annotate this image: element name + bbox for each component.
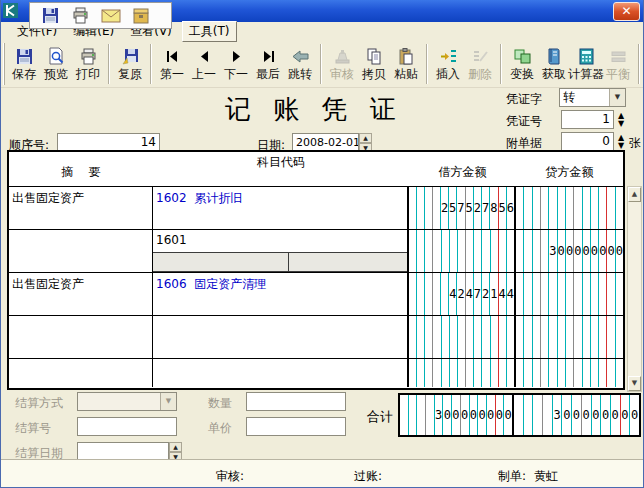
toolbar-button-preview[interactable]: 预览 — [41, 46, 71, 82]
summary-cell[interactable] — [9, 230, 153, 272]
toolbar-button-print[interactable]: 打印 — [73, 46, 103, 82]
account-edit-box[interactable] — [288, 252, 409, 272]
archive-icon[interactable] — [132, 7, 150, 25]
summary-cell[interactable] — [9, 359, 153, 387]
toolbar-button-insert[interactable]: 插入 — [433, 46, 463, 82]
debit-amount-cell[interactable] — [409, 359, 516, 387]
scroll-up-icon[interactable]: ▲ — [628, 187, 641, 202]
toolbar-button-transform[interactable]: 变换 — [507, 46, 537, 82]
amount-digit-cell — [450, 316, 458, 358]
audit-icon — [333, 47, 352, 67]
spin-up-icon[interactable]: ▲ — [359, 133, 372, 143]
voucher-no-spinner[interactable]: ▲▼ — [615, 110, 627, 129]
debit-amount-cell[interactable] — [409, 316, 516, 358]
debit-amount-cell[interactable] — [409, 230, 516, 272]
toolbar-button-last[interactable]: 最后 — [253, 46, 283, 82]
amount-digit-cell — [514, 395, 524, 435]
toolbar-button-calculator[interactable]: 计算器 — [571, 46, 601, 82]
debit-amount-cell[interactable]: 257527856 — [409, 187, 516, 229]
close-button[interactable]: ✕ — [613, 2, 640, 21]
voucher-window: ✕ 文件(F)编辑(E)查看(V)工具(T) 保存预览打印复原第一上一下一最后跳… — [0, 0, 644, 488]
spin-down-icon[interactable]: ▼ — [615, 142, 627, 150]
attachment-spinner[interactable]: ▲▼ — [615, 132, 627, 151]
amount-digit-cell — [558, 273, 566, 315]
copy-icon — [365, 47, 384, 67]
amount-digit-cell — [524, 395, 534, 435]
toolbar-separator — [320, 44, 322, 84]
amount-digit-cell — [425, 316, 433, 358]
amount-digit-cell — [474, 230, 482, 272]
amount-digit-cell: 3 — [549, 230, 557, 272]
amount-digit-cell — [541, 187, 549, 229]
voucher-word-select[interactable]: 转 ▼ — [559, 88, 626, 107]
dropdown-arrow-icon[interactable]: ▼ — [609, 89, 625, 106]
mail-icon[interactable] — [101, 8, 121, 24]
voucher-no-input[interactable]: 1 — [561, 110, 614, 129]
amount-digit-cell — [599, 273, 607, 315]
toolbar-button-prev[interactable]: 上一 — [189, 46, 219, 82]
transform-icon — [513, 47, 532, 67]
amount-digit-cell — [533, 187, 541, 229]
amount-digit-cell — [442, 230, 450, 272]
amount-digit-cell — [433, 187, 441, 229]
summary-cell[interactable]: 出售固定资产 — [9, 273, 153, 315]
summary-cell[interactable]: 出售固定资产 — [9, 187, 153, 229]
account-code-cell[interactable]: 1606 固定资产清理 — [153, 273, 409, 315]
toolbar-button-paste[interactable]: 粘贴 — [391, 46, 421, 82]
spin-up-icon[interactable]: ▲ — [169, 442, 182, 452]
amount-digit-cell — [466, 230, 474, 272]
jump-icon — [291, 47, 310, 67]
credit-amount-cell[interactable] — [516, 316, 623, 358]
total-label: 合计 — [367, 408, 393, 426]
menu-item-tools[interactable]: 工具(T) — [182, 21, 237, 42]
account-code-cell[interactable]: 1601 — [153, 230, 409, 272]
toolbar-button-label: 上一 — [192, 67, 216, 81]
credit-amount-cell[interactable] — [516, 359, 623, 387]
account-code-cell[interactable]: 1602 累计折旧 — [153, 187, 409, 229]
amount-digit-cell — [533, 230, 541, 272]
amount-digit-cell — [607, 316, 615, 358]
amount-digit-cell — [583, 359, 591, 387]
toolbar-button-first[interactable]: 第一 — [157, 46, 187, 82]
summary-cell[interactable] — [9, 316, 153, 358]
save-icon[interactable] — [41, 6, 60, 25]
unit-price-input[interactable] — [246, 417, 346, 436]
toolbar-button-label: 平衡 — [606, 67, 630, 81]
unit-price-label: 单价 — [208, 420, 232, 437]
balance-icon — [609, 47, 628, 67]
toolbar-button-save[interactable]: 保存 — [9, 46, 39, 82]
amount-digit-cell — [499, 316, 507, 358]
toolbar-button-copy[interactable]: 拷贝 — [359, 46, 389, 82]
calculator-icon — [577, 47, 596, 67]
print-icon[interactable] — [71, 6, 90, 25]
account-code-cell[interactable] — [153, 359, 409, 387]
spin-down-icon[interactable]: ▼ — [615, 120, 627, 128]
amount-digit-cell — [507, 359, 514, 387]
credit-amount-cell[interactable]: 300000000 — [516, 230, 623, 272]
toolbar-button-jump[interactable]: 跳转 — [285, 46, 315, 82]
amount-digit-cell — [566, 359, 574, 387]
amount-digit-cell: 0 — [504, 395, 512, 435]
toolbar-button-label: 下一 — [224, 67, 248, 81]
scroll-down-icon[interactable]: ▼ — [628, 376, 641, 391]
amount-digit-cell — [417, 359, 425, 387]
toolbar-button-fetch[interactable]: 获取 — [539, 46, 569, 82]
amount-digit-cell: 0 — [572, 395, 582, 435]
settle-no-input[interactable] — [77, 417, 177, 436]
voucher-row — [9, 316, 623, 359]
toolbar-button-restore[interactable]: 复原 — [115, 46, 145, 82]
credit-amount-cell[interactable] — [516, 187, 623, 229]
amount-digit-cell — [566, 187, 574, 229]
account-code-cell[interactable] — [153, 316, 409, 358]
main-toolbar: 保存预览打印复原第一上一下一最后跳转审核拷贝粘贴插入删除变换获取计算器平衡关闭 — [1, 40, 643, 88]
table-scrollbar[interactable]: ▲ ▼ — [627, 186, 642, 392]
toolbar-grip — [3, 43, 5, 85]
toolbar-button-label: 最后 — [256, 67, 280, 81]
credit-amount-cell[interactable] — [516, 273, 623, 315]
debit-amount-cell[interactable]: 42472144 — [409, 273, 516, 315]
attachment-input[interactable]: 0 — [561, 132, 614, 151]
amount-digit-cell — [558, 359, 566, 387]
toolbar-button-next[interactable]: 下一 — [221, 46, 251, 82]
account-edit-box[interactable] — [153, 252, 288, 272]
quantity-input[interactable] — [246, 392, 346, 411]
